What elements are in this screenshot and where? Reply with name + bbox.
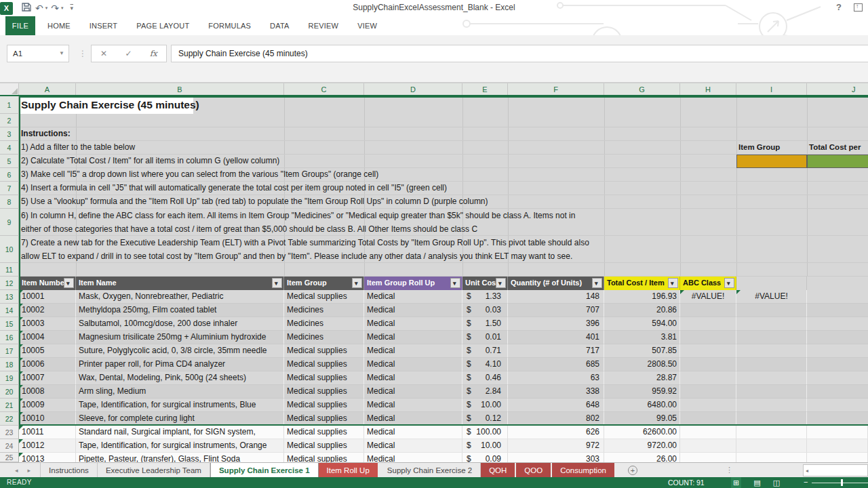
formula-bar-input[interactable]: Supply Chain Exercise (45 minutes) (171, 45, 868, 62)
cell[interactable]: $10.00 (462, 439, 508, 453)
filter-icon[interactable] (352, 278, 362, 288)
cell[interactable]: 10013 (19, 453, 76, 462)
cell[interactable]: Suture, Polyglycolic acid, 0, 3/8 circle… (76, 344, 284, 358)
col-header-h[interactable]: H (680, 83, 736, 95)
cell[interactable]: Medical (364, 453, 462, 462)
col-header-c[interactable]: C (284, 83, 364, 95)
cell[interactable]: Medical (364, 412, 462, 426)
col-header-b[interactable]: B (76, 83, 284, 95)
cell[interactable]: Medical (364, 304, 462, 317)
cell[interactable]: $0.71 (462, 344, 508, 358)
filter-icon[interactable] (450, 278, 460, 288)
tab-view[interactable]: VIEW (351, 16, 384, 35)
cell[interactable]: 10008 (19, 385, 76, 399)
cell[interactable]: $0.46 (462, 371, 508, 385)
cell[interactable]: Medical supplies (284, 399, 364, 412)
cell[interactable] (736, 385, 807, 399)
cell[interactable]: Magnesium trisilicate 250mg + Aluminium … (76, 331, 284, 344)
cell[interactable] (736, 412, 807, 426)
sheet-title-cell[interactable]: Supply Chain Exercise (45 minutes) (19, 96, 199, 114)
cell[interactable]: 626 (508, 426, 604, 439)
cell[interactable] (807, 358, 868, 371)
cell[interactable]: 10007 (19, 371, 76, 385)
cell[interactable]: Medical (364, 426, 462, 439)
tab-review[interactable]: REVIEW (302, 16, 346, 35)
formula-result-cell-j5[interactable] (807, 155, 868, 168)
cell[interactable]: Medical (364, 317, 462, 331)
cell[interactable]: Medical (364, 290, 462, 304)
cell[interactable] (680, 331, 736, 344)
cell[interactable]: Medical (364, 331, 462, 344)
cell[interactable] (680, 317, 736, 331)
col-header-j[interactable]: J (807, 83, 868, 95)
row-header[interactable]: 10 (0, 236, 19, 263)
sheet-tab-qoh[interactable]: QOH (481, 463, 516, 477)
sheet-prev-icon[interactable]: ◂ (15, 467, 18, 474)
row-header[interactable]: 15 (0, 317, 19, 331)
cell[interactable] (680, 385, 736, 399)
cancel-icon[interactable]: ✕ (100, 49, 107, 58)
redo-icon[interactable]: ↷ (49, 1, 61, 15)
cell[interactable]: Medical (364, 344, 462, 358)
cell[interactable]: Medicines (284, 317, 364, 331)
tabbar-splitter[interactable]: ⋮ (726, 463, 733, 477)
empty-row[interactable] (19, 114, 868, 127)
header-abc-class[interactable]: ABC Class (680, 277, 736, 290)
cell[interactable]: 396 (508, 317, 604, 331)
cell[interactable]: 303 (508, 453, 604, 462)
customize-qat-icon[interactable]: ▾ (71, 5, 75, 12)
cell[interactable] (736, 344, 807, 358)
row-header[interactable]: 24 (0, 439, 19, 453)
cell[interactable] (807, 277, 868, 290)
cell[interactable]: 10001 (19, 290, 76, 304)
cell[interactable] (680, 399, 736, 412)
sheet-tab-supply-chain-exercise-2[interactable]: Supply Chain Exercise 2 (379, 463, 481, 477)
cell[interactable] (736, 371, 807, 385)
cell[interactable] (807, 290, 868, 304)
normal-view-icon[interactable]: ⊞ (731, 477, 741, 488)
cell[interactable]: 707 (508, 304, 604, 317)
zoom-slider-track[interactable] (812, 483, 868, 483)
cell[interactable]: 10004 (19, 331, 76, 344)
row-header[interactable]: 16 (0, 331, 19, 344)
cell[interactable] (680, 426, 736, 439)
sheet-next-icon[interactable]: ▸ (28, 467, 31, 474)
sheet-tab-instructions[interactable]: Instructions (41, 463, 98, 477)
row-header[interactable]: 1 (0, 96, 19, 114)
cell[interactable]: $100.00 (462, 426, 508, 439)
cell[interactable]: 3.81 (604, 331, 680, 344)
zoom-slider-handle[interactable] (841, 479, 843, 486)
cell[interactable] (807, 304, 868, 317)
undo-icon[interactable]: ↶ (33, 1, 45, 15)
cell[interactable]: 6480.00 (604, 399, 680, 412)
cell[interactable]: 401 (508, 331, 604, 344)
cell[interactable] (680, 412, 736, 426)
page-break-view-icon[interactable]: ◫ (773, 477, 780, 488)
cell[interactable]: 10010 (19, 412, 76, 426)
cell[interactable]: Medical supplies (284, 439, 364, 453)
instruction-3[interactable]: 3) Make cell "I5" a drop down list where… (19, 168, 868, 182)
row-header[interactable]: 21 (0, 399, 19, 412)
cell[interactable]: Medical supplies (284, 290, 364, 304)
header-unit-cost[interactable]: Unit Cost (462, 277, 508, 290)
col-header-e[interactable]: E (462, 83, 508, 95)
help-icon[interactable]: ? (836, 2, 842, 12)
cell[interactable]: Medical (364, 358, 462, 371)
sheet-tab-consumption[interactable]: Consumption (552, 463, 616, 477)
cell[interactable] (680, 304, 736, 317)
sheet-tab-supply-chain-exercise-1[interactable]: Supply Chain Exercise 1 (210, 463, 319, 477)
formula-bar-splitter[interactable]: ⋮ (79, 46, 87, 61)
cell[interactable]: Medicines (284, 331, 364, 344)
cell[interactable]: Medical supplies (284, 344, 364, 358)
cell[interactable]: Pipette, Pasteur, (transfer), Glass, Fli… (76, 453, 284, 462)
instructions-heading[interactable]: Instructions: (19, 127, 868, 141)
cell[interactable]: $0.12 (462, 412, 508, 426)
cell[interactable]: #VALUE! (680, 290, 736, 304)
zoom-out-icon[interactable]: − (804, 478, 808, 486)
col-header-d[interactable]: D (364, 83, 462, 95)
sheet-tab-executive-leadership-team[interactable]: Executive Leadership Team (98, 463, 210, 477)
cell[interactable]: Standard nail, Surgical implant, for SIG… (76, 426, 284, 439)
cell[interactable]: 10002 (19, 304, 76, 317)
cell[interactable] (680, 453, 736, 462)
filter-icon[interactable] (64, 278, 74, 288)
